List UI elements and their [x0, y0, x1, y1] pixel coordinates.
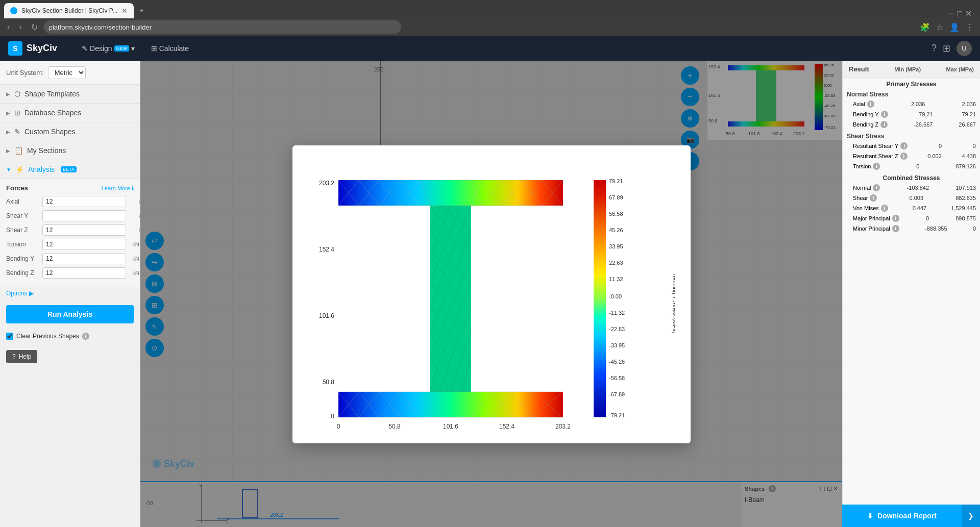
major-principal-info-icon[interactable]: ℹ: [892, 215, 899, 222]
my-sections-label: My Sections: [27, 146, 66, 155]
download-expand-button[interactable]: ❯: [962, 505, 980, 527]
bending-y-result-min: -79.21: [917, 111, 933, 117]
resultant-shear-y-info-icon[interactable]: ℹ: [900, 142, 908, 149]
active-tab[interactable]: SkyCiv Section Builder | SkyCiv P... ✕: [4, 3, 134, 18]
axial-input[interactable]: [42, 196, 126, 207]
minor-principal-max: 0: [973, 225, 976, 232]
browser-toolbar: ‹ › ↻ 🧩 ☆ 👤 ⋮: [0, 18, 980, 36]
normal-stress-label: Normal Stress: [843, 89, 980, 99]
nav-calculate[interactable]: ⊞ Calculate: [147, 42, 193, 55]
my-sections-header[interactable]: ▶ 📋 My Sections: [0, 141, 140, 160]
database-icon: ⊞: [14, 109, 20, 117]
modal-overlay[interactable]: 203.2 152.4 101.6 50.8 0: [140, 61, 842, 527]
sidebar-section-database-shapes: ▶ ⊞ Database Shapes: [0, 104, 140, 122]
sidebar-section-shape-templates: ▶ ⬡ Shape Templates: [0, 85, 140, 104]
options-label: Options ▶: [6, 290, 34, 297]
shear-y-input[interactable]: [42, 210, 126, 221]
svg-text:0: 0: [331, 413, 334, 420]
bending-z-result-min: -26.667: [914, 121, 933, 128]
maximize-button[interactable]: □: [957, 9, 962, 18]
shear-z-label: Shear Z: [6, 227, 39, 234]
axial-info-icon[interactable]: ℹ: [867, 101, 874, 108]
svg-text:50.8: 50.8: [322, 379, 334, 386]
resultant-shear-z-info-icon[interactable]: ℹ: [900, 153, 908, 160]
download-report-button[interactable]: ⬇ Download Report: [842, 505, 962, 527]
force-row-torsion: Torsion kN·m: [6, 239, 134, 250]
bending-y-input[interactable]: [42, 253, 126, 264]
shear-y-result-min: 0: [939, 143, 942, 149]
svg-text:-67.89: -67.89: [609, 391, 625, 397]
stress-plot-modal: 203.2 152.4 101.6 50.8 0: [292, 145, 691, 443]
shear-combined-info-icon[interactable]: ℹ: [870, 194, 877, 202]
chevron-right-icon-2: ▶: [6, 110, 10, 116]
svg-text:152.4: 152.4: [499, 423, 514, 430]
learn-more-link[interactable]: Learn More ℹ: [102, 185, 134, 191]
logo-icon: S: [8, 41, 22, 56]
svg-rect-44: [430, 206, 471, 392]
result-row-axial: Axial ℹ 2.036 2.036: [843, 99, 980, 109]
svg-text:67.89: 67.89: [609, 194, 623, 200]
minor-principal-info-icon[interactable]: ℹ: [892, 225, 899, 232]
shape-templates-header[interactable]: ▶ ⬡ Shape Templates: [0, 85, 140, 103]
shear-z-input[interactable]: [42, 224, 126, 236]
help-header-icon[interactable]: ?: [932, 43, 937, 54]
forward-button[interactable]: ›: [16, 20, 24, 34]
svg-text:11.32: 11.32: [609, 276, 623, 282]
run-analysis-button[interactable]: Run Analysis: [6, 305, 134, 323]
analysis-header[interactable]: ▼ ⚡ Analysis BETA: [0, 160, 140, 179]
svg-text:-79.21: -79.21: [609, 412, 625, 418]
address-bar[interactable]: [44, 20, 401, 34]
analysis-label: Analysis: [28, 165, 55, 173]
result-header-min: Min (MPa): [894, 66, 921, 72]
force-row-bending-z: Bending Z kN·m: [6, 267, 134, 279]
help-button[interactable]: ? Help: [6, 350, 37, 363]
reload-button[interactable]: ↻: [28, 20, 41, 34]
grid-icon[interactable]: ⊞: [943, 43, 950, 54]
database-shapes-label: Database Shapes: [24, 109, 81, 117]
new-tab-button[interactable]: +: [134, 3, 152, 18]
sidebar-section-analysis: ▼ ⚡ Analysis BETA: [0, 160, 140, 179]
back-button[interactable]: ‹: [4, 20, 13, 34]
custom-shapes-header[interactable]: ▶ ✎ Custom Shapes: [0, 122, 140, 141]
bookmark-icon[interactable]: ☆: [934, 20, 945, 34]
profile-icon[interactable]: 👤: [947, 20, 962, 34]
user-avatar[interactable]: U: [957, 41, 972, 56]
clear-shapes-checkbox[interactable]: [6, 333, 13, 340]
shear-z-result-min: 0.002: [927, 153, 942, 159]
analysis-badge: BETA: [61, 166, 77, 172]
force-row-shear-y: Shear Y kN: [6, 210, 134, 221]
shear-z-result-max: 4.438: [962, 153, 976, 159]
svg-text:-33.95: -33.95: [609, 342, 625, 348]
shear-z-unit: kN: [129, 227, 140, 233]
extensions-icon[interactable]: 🧩: [918, 20, 932, 34]
database-shapes-header[interactable]: ▶ ⊞ Database Shapes: [0, 104, 140, 122]
svg-text:-0.00: -0.00: [609, 293, 622, 299]
bending-z-info-icon[interactable]: ℹ: [880, 121, 888, 128]
svg-text:101.6: 101.6: [443, 423, 458, 430]
bending-y-info-icon[interactable]: ℹ: [881, 111, 888, 118]
nav-design[interactable]: ✎ Design NEW ▾: [78, 42, 139, 55]
tab-close-button[interactable]: ✕: [121, 7, 128, 15]
normal-info-icon[interactable]: ℹ: [873, 184, 880, 191]
shape-templates-label: Shape Templates: [24, 90, 80, 98]
svg-text:Bending Y Stress (MPa): Bending Y Stress (MPa): [672, 273, 675, 334]
minimize-button[interactable]: ─: [948, 9, 954, 18]
torsion-input[interactable]: [42, 239, 126, 250]
svg-text:0: 0: [336, 423, 340, 430]
clear-shapes-info-icon[interactable]: ℹ: [82, 333, 89, 340]
axial-min: 2.036: [911, 101, 925, 107]
bending-z-input[interactable]: [42, 267, 126, 279]
svg-text:22.63: 22.63: [609, 260, 623, 266]
unit-system-select[interactable]: Metric: [48, 66, 86, 79]
result-row-shear-z: Resultant Shear Z ℹ 0.002 4.438: [843, 151, 980, 161]
bending-z-label: Bending Z: [6, 269, 39, 277]
close-window-button[interactable]: ✕: [965, 9, 972, 18]
von-mises-info-icon[interactable]: ℹ: [881, 205, 888, 212]
custom-shapes-icon: ✎: [14, 128, 20, 136]
new-tab-icon: +: [140, 7, 143, 14]
more-icon[interactable]: ⋮: [964, 20, 976, 34]
svg-text:56.58: 56.58: [609, 211, 623, 217]
torsion-info-icon[interactable]: ℹ: [873, 163, 880, 170]
options-row[interactable]: Options ▶: [0, 287, 140, 300]
result-header-max: Max (MPa): [946, 66, 974, 72]
